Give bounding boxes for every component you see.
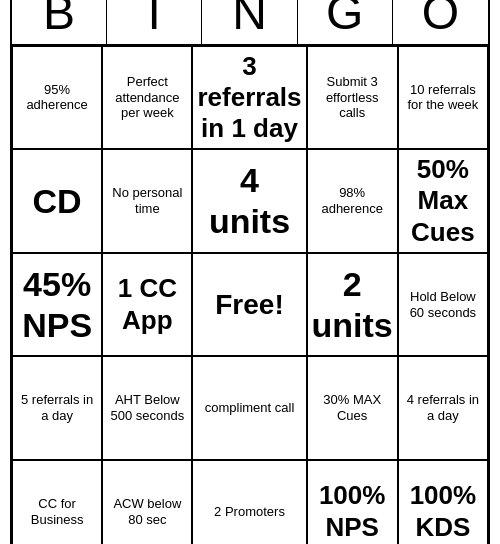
bingo-letter-b: B [12,0,107,44]
bingo-cell-0: 95% adherence [12,46,102,150]
bingo-cell-19: 4 referrals in a day [398,356,488,460]
bingo-letter-g: G [298,0,393,44]
bingo-cell-1: Perfect attendance per week [102,46,192,150]
bingo-cell-4: 10 referrals for the week [398,46,488,150]
bingo-letter-o: O [393,0,488,44]
bingo-cell-18: 30% MAX Cues [307,356,398,460]
bingo-cell-6: No personal time [102,149,192,253]
bingo-cell-7: 4 units [192,149,306,253]
bingo-cell-17: compliment call [192,356,306,460]
bingo-cell-3: Submit 3 effortless calls [307,46,398,150]
bingo-cell-9: 50% Max Cues [398,149,488,253]
bingo-cell-14: Hold Below 60 seconds [398,253,488,357]
bingo-cell-2: 3 referrals in 1 day [192,46,306,150]
bingo-cell-21: ACW below 80 sec [102,460,192,544]
bingo-letter-n: N [202,0,297,44]
bingo-cell-10: 45% NPS [12,253,102,357]
bingo-cell-22: 2 Promoters [192,460,306,544]
bingo-cell-5: CD [12,149,102,253]
bingo-cell-20: CC for Business [12,460,102,544]
bingo-cell-11: 1 CC App [102,253,192,357]
bingo-cell-8: 98% adherence [307,149,398,253]
bingo-cell-24: 100% KDS [398,460,488,544]
bingo-cell-15: 5 referrals in a day [12,356,102,460]
bingo-header: BINGO [12,0,488,46]
bingo-grid: 95% adherencePerfect attendance per week… [12,46,488,544]
bingo-cell-12: Free! [192,253,306,357]
bingo-cell-13: 2 units [307,253,398,357]
bingo-cell-23: 100% NPS [307,460,398,544]
bingo-cell-16: AHT Below 500 seconds [102,356,192,460]
bingo-card: BINGO 95% adherencePerfect attendance pe… [10,0,490,544]
bingo-letter-i: I [107,0,202,44]
